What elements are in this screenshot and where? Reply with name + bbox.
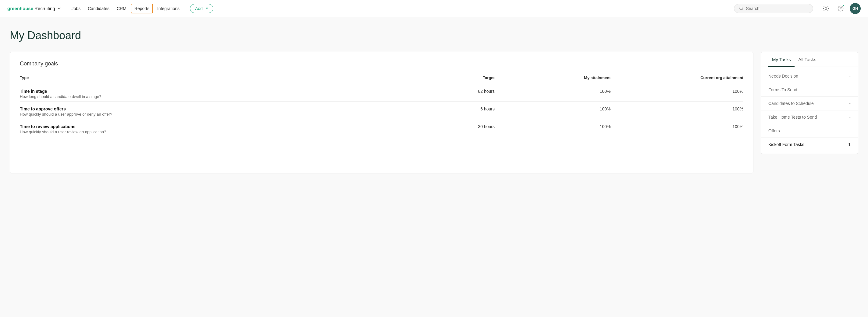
nav-jobs[interactable]: Jobs	[69, 4, 84, 13]
row-target-3: 30 hours	[423, 119, 495, 137]
task-label-forms-to-send: Forms To Send	[768, 87, 797, 92]
task-label-needs-decision: Needs Decision	[768, 74, 798, 78]
notification-dot	[842, 4, 845, 7]
dashboard-layout: Company goals Type Target My attainment …	[10, 52, 858, 173]
row-target-2: 6 hours	[423, 102, 495, 119]
gear-icon	[823, 5, 829, 11]
help-button[interactable]	[835, 3, 846, 14]
settings-button[interactable]	[820, 3, 831, 14]
task-value-needs-decision: -	[849, 74, 850, 78]
row-target-1: 82 hours	[423, 84, 495, 102]
task-candidates-to-schedule[interactable]: Candidates to Schedule -	[761, 97, 858, 110]
col-target: Target	[423, 75, 495, 84]
nav-icon-group: GH	[820, 3, 861, 14]
add-chevron-icon	[206, 8, 208, 9]
tab-all-tasks[interactable]: All Tasks	[795, 52, 820, 67]
col-my-attainment: My attainment	[495, 75, 611, 84]
table-row: Time to approve offers How quickly shoul…	[20, 102, 743, 119]
add-button[interactable]: Add	[190, 4, 213, 13]
nav-crm[interactable]: CRM	[114, 4, 129, 13]
goals-table: Type Target My attainment Current org at…	[20, 75, 743, 137]
brand-recruiting: Recruiting	[34, 6, 55, 11]
task-label-take-home-tests: Take Home Tests to Send	[768, 115, 817, 119]
task-value-take-home-tests: -	[849, 115, 850, 119]
search-icon	[739, 6, 743, 11]
task-label-offers: Offers	[768, 129, 780, 133]
nav-reports[interactable]: Reports	[131, 4, 153, 13]
tasks-tabs: My Tasks All Tasks	[761, 52, 858, 67]
row-my-attainment-2: 100%	[495, 102, 611, 119]
svg-point-1	[825, 8, 827, 9]
goals-card: Company goals Type Target My attainment …	[10, 52, 753, 173]
navbar: greenhouse Recruiting Jobs Candidates CR…	[0, 0, 868, 17]
task-needs-decision[interactable]: Needs Decision -	[761, 69, 858, 83]
task-label-candidates-to-schedule: Candidates to Schedule	[768, 101, 814, 106]
row-current-org-3: 100%	[611, 119, 743, 137]
avatar[interactable]: GH	[850, 3, 861, 14]
table-row: Time in stage How long should a candidat…	[20, 84, 743, 102]
task-value-forms-to-send: -	[849, 87, 850, 92]
task-value-candidates-to-schedule: -	[849, 101, 850, 106]
brand-logo[interactable]: greenhouse Recruiting	[7, 6, 61, 11]
task-kickoff-form-tasks[interactable]: Kickoff Form Tasks 1	[761, 138, 858, 151]
row-my-attainment-1: 100%	[495, 84, 611, 102]
task-value-kickoff-form-tasks: 1	[848, 142, 850, 147]
nav-candidates[interactable]: Candidates	[85, 4, 113, 13]
svg-point-3	[840, 9, 841, 10]
task-forms-to-send[interactable]: Forms To Send -	[761, 83, 858, 97]
brand-greenhouse: greenhouse	[7, 6, 33, 11]
col-type: Type	[20, 75, 423, 84]
task-value-offers: -	[849, 129, 850, 133]
task-label-kickoff-form-tasks: Kickoff Form Tasks	[768, 142, 804, 147]
nav-links: Jobs Candidates CRM Reports Integrations	[69, 4, 183, 13]
page-title: My Dashboard	[10, 29, 858, 42]
tasks-list: Needs Decision - Forms To Send - Candida…	[761, 67, 858, 154]
row-type-3: Time to review applications How quickly …	[20, 119, 423, 137]
row-current-org-1: 100%	[611, 84, 743, 102]
task-offers[interactable]: Offers -	[761, 124, 858, 138]
row-current-org-2: 100%	[611, 102, 743, 119]
brand-chevron-icon	[57, 6, 61, 11]
main-content: My Dashboard Company goals Type Target M…	[0, 17, 868, 183]
search-input[interactable]	[746, 6, 808, 11]
tab-my-tasks[interactable]: My Tasks	[768, 52, 795, 67]
row-type-2: Time to approve offers How quickly shoul…	[20, 102, 423, 119]
table-row: Time to review applications How quickly …	[20, 119, 743, 137]
goals-card-title: Company goals	[20, 61, 743, 67]
row-type-1: Time in stage How long should a candidat…	[20, 84, 423, 102]
task-take-home-tests[interactable]: Take Home Tests to Send -	[761, 110, 858, 124]
search-box[interactable]	[734, 4, 813, 13]
nav-integrations[interactable]: Integrations	[154, 4, 183, 13]
row-my-attainment-3: 100%	[495, 119, 611, 137]
tasks-card: My Tasks All Tasks Needs Decision - Form…	[761, 52, 858, 154]
col-current-org: Current org attainment	[611, 75, 743, 84]
